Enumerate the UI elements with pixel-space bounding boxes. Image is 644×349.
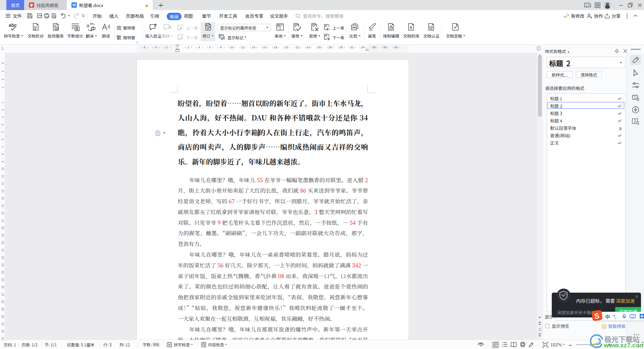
svg-text:P: P [38,15,40,17]
svg-text:abc: abc [9,22,17,28]
svg-text:a: a [34,25,36,29]
svg-text:a: a [87,22,90,28]
svg-text:1: 1 [586,3,587,7]
svg-text:S: S [603,325,605,328]
